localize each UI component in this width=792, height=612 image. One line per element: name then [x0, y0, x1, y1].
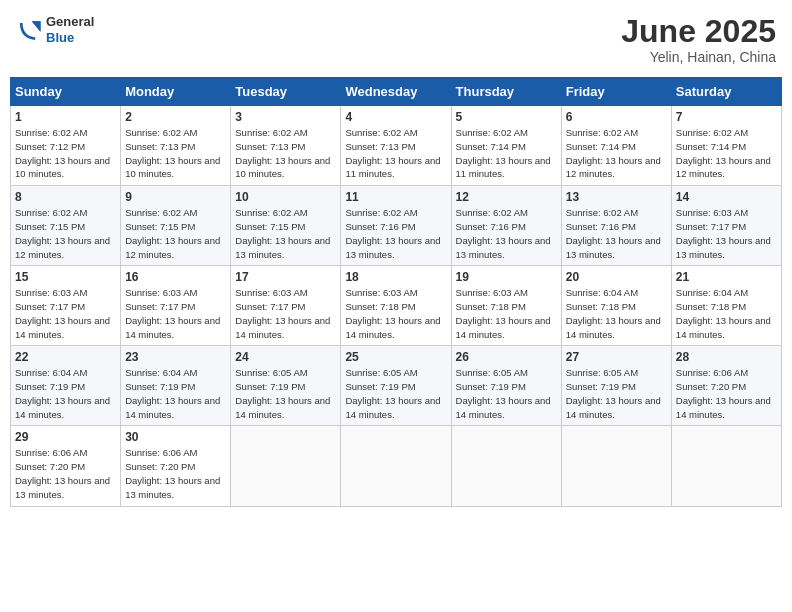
- sunrise-text: Sunrise: 6:03 AM: [235, 287, 307, 298]
- day-number: 4: [345, 110, 446, 124]
- day-number: 10: [235, 190, 336, 204]
- day-number: 11: [345, 190, 446, 204]
- day-number: 27: [566, 350, 667, 364]
- calendar-cell: 2Sunrise: 6:02 AMSunset: 7:13 PMDaylight…: [121, 106, 231, 186]
- day-info: Sunrise: 6:03 AMSunset: 7:17 PMDaylight:…: [235, 286, 336, 341]
- sunset-text: Sunset: 7:13 PM: [235, 141, 305, 152]
- day-info: Sunrise: 6:05 AMSunset: 7:19 PMDaylight:…: [235, 366, 336, 421]
- daylight-text: Daylight: 13 hours and 11 minutes.: [345, 155, 440, 180]
- daylight-text: Daylight: 13 hours and 14 minutes.: [235, 395, 330, 420]
- calendar-header-saturday: Saturday: [671, 78, 781, 106]
- day-number: 21: [676, 270, 777, 284]
- day-number: 16: [125, 270, 226, 284]
- sunrise-text: Sunrise: 6:02 AM: [125, 207, 197, 218]
- day-info: Sunrise: 6:03 AMSunset: 7:18 PMDaylight:…: [345, 286, 446, 341]
- sunrise-text: Sunrise: 6:06 AM: [125, 447, 197, 458]
- calendar-cell: 12Sunrise: 6:02 AMSunset: 7:16 PMDayligh…: [451, 186, 561, 266]
- sunrise-text: Sunrise: 6:02 AM: [456, 207, 528, 218]
- calendar-cell: 22Sunrise: 6:04 AMSunset: 7:19 PMDayligh…: [11, 346, 121, 426]
- sunset-text: Sunset: 7:14 PM: [676, 141, 746, 152]
- month-title: June 2025: [621, 14, 776, 49]
- daylight-text: Daylight: 13 hours and 12 minutes.: [15, 235, 110, 260]
- daylight-text: Daylight: 13 hours and 14 minutes.: [125, 315, 220, 340]
- sunset-text: Sunset: 7:18 PM: [345, 301, 415, 312]
- calendar-cell: [231, 426, 341, 506]
- sunrise-text: Sunrise: 6:03 AM: [676, 207, 748, 218]
- day-number: 17: [235, 270, 336, 284]
- calendar-cell: 25Sunrise: 6:05 AMSunset: 7:19 PMDayligh…: [341, 346, 451, 426]
- sunset-text: Sunset: 7:18 PM: [456, 301, 526, 312]
- sunset-text: Sunset: 7:20 PM: [676, 381, 746, 392]
- day-number: 30: [125, 430, 226, 444]
- day-number: 9: [125, 190, 226, 204]
- calendar-cell: 28Sunrise: 6:06 AMSunset: 7:20 PMDayligh…: [671, 346, 781, 426]
- daylight-text: Daylight: 13 hours and 14 minutes.: [15, 395, 110, 420]
- calendar-cell: 13Sunrise: 6:02 AMSunset: 7:16 PMDayligh…: [561, 186, 671, 266]
- sunset-text: Sunset: 7:17 PM: [15, 301, 85, 312]
- calendar-header-sunday: Sunday: [11, 78, 121, 106]
- sunset-text: Sunset: 7:17 PM: [676, 221, 746, 232]
- day-number: 8: [15, 190, 116, 204]
- sunrise-text: Sunrise: 6:03 AM: [456, 287, 528, 298]
- daylight-text: Daylight: 13 hours and 14 minutes.: [15, 315, 110, 340]
- calendar-cell: 19Sunrise: 6:03 AMSunset: 7:18 PMDayligh…: [451, 266, 561, 346]
- calendar-cell: 30Sunrise: 6:06 AMSunset: 7:20 PMDayligh…: [121, 426, 231, 506]
- daylight-text: Daylight: 13 hours and 14 minutes.: [456, 315, 551, 340]
- calendar-cell: 29Sunrise: 6:06 AMSunset: 7:20 PMDayligh…: [11, 426, 121, 506]
- sunset-text: Sunset: 7:19 PM: [345, 381, 415, 392]
- sunrise-text: Sunrise: 6:02 AM: [15, 207, 87, 218]
- day-number: 3: [235, 110, 336, 124]
- sunset-text: Sunset: 7:20 PM: [125, 461, 195, 472]
- day-info: Sunrise: 6:02 AMSunset: 7:13 PMDaylight:…: [345, 126, 446, 181]
- calendar-header-friday: Friday: [561, 78, 671, 106]
- logo: General Blue: [16, 14, 94, 45]
- calendar-cell: [341, 426, 451, 506]
- sunset-text: Sunset: 7:16 PM: [345, 221, 415, 232]
- day-number: 20: [566, 270, 667, 284]
- sunrise-text: Sunrise: 6:02 AM: [345, 127, 417, 138]
- logo-blue-text: Blue: [46, 30, 94, 46]
- calendar-cell: 14Sunrise: 6:03 AMSunset: 7:17 PMDayligh…: [671, 186, 781, 266]
- calendar-cell: 26Sunrise: 6:05 AMSunset: 7:19 PMDayligh…: [451, 346, 561, 426]
- sunset-text: Sunset: 7:15 PM: [235, 221, 305, 232]
- daylight-text: Daylight: 13 hours and 14 minutes.: [566, 315, 661, 340]
- day-number: 28: [676, 350, 777, 364]
- day-number: 25: [345, 350, 446, 364]
- calendar-cell: 15Sunrise: 6:03 AMSunset: 7:17 PMDayligh…: [11, 266, 121, 346]
- calendar-header-monday: Monday: [121, 78, 231, 106]
- daylight-text: Daylight: 13 hours and 13 minutes.: [566, 235, 661, 260]
- day-info: Sunrise: 6:02 AMSunset: 7:13 PMDaylight:…: [125, 126, 226, 181]
- sunrise-text: Sunrise: 6:05 AM: [235, 367, 307, 378]
- daylight-text: Daylight: 13 hours and 14 minutes.: [676, 395, 771, 420]
- calendar-header-thursday: Thursday: [451, 78, 561, 106]
- sunrise-text: Sunrise: 6:05 AM: [456, 367, 528, 378]
- calendar-week-4: 22Sunrise: 6:04 AMSunset: 7:19 PMDayligh…: [11, 346, 782, 426]
- day-number: 23: [125, 350, 226, 364]
- day-number: 2: [125, 110, 226, 124]
- calendar-cell: 11Sunrise: 6:02 AMSunset: 7:16 PMDayligh…: [341, 186, 451, 266]
- day-info: Sunrise: 6:05 AMSunset: 7:19 PMDaylight:…: [456, 366, 557, 421]
- day-info: Sunrise: 6:03 AMSunset: 7:17 PMDaylight:…: [125, 286, 226, 341]
- calendar-header-row: SundayMondayTuesdayWednesdayThursdayFrid…: [11, 78, 782, 106]
- day-info: Sunrise: 6:02 AMSunset: 7:12 PMDaylight:…: [15, 126, 116, 181]
- daylight-text: Daylight: 13 hours and 14 minutes.: [456, 395, 551, 420]
- day-info: Sunrise: 6:02 AMSunset: 7:14 PMDaylight:…: [456, 126, 557, 181]
- daylight-text: Daylight: 13 hours and 12 minutes.: [676, 155, 771, 180]
- day-info: Sunrise: 6:06 AMSunset: 7:20 PMDaylight:…: [125, 446, 226, 501]
- sunrise-text: Sunrise: 6:02 AM: [125, 127, 197, 138]
- calendar-cell: 5Sunrise: 6:02 AMSunset: 7:14 PMDaylight…: [451, 106, 561, 186]
- sunrise-text: Sunrise: 6:03 AM: [345, 287, 417, 298]
- daylight-text: Daylight: 13 hours and 13 minutes.: [345, 235, 440, 260]
- sunrise-text: Sunrise: 6:05 AM: [566, 367, 638, 378]
- sunset-text: Sunset: 7:16 PM: [456, 221, 526, 232]
- day-info: Sunrise: 6:05 AMSunset: 7:19 PMDaylight:…: [566, 366, 667, 421]
- day-number: 22: [15, 350, 116, 364]
- sunrise-text: Sunrise: 6:02 AM: [235, 207, 307, 218]
- calendar-cell: [561, 426, 671, 506]
- day-info: Sunrise: 6:03 AMSunset: 7:17 PMDaylight:…: [15, 286, 116, 341]
- sunrise-text: Sunrise: 6:06 AM: [15, 447, 87, 458]
- calendar-cell: [451, 426, 561, 506]
- calendar-cell: [671, 426, 781, 506]
- sunset-text: Sunset: 7:20 PM: [15, 461, 85, 472]
- calendar-cell: 7Sunrise: 6:02 AMSunset: 7:14 PMDaylight…: [671, 106, 781, 186]
